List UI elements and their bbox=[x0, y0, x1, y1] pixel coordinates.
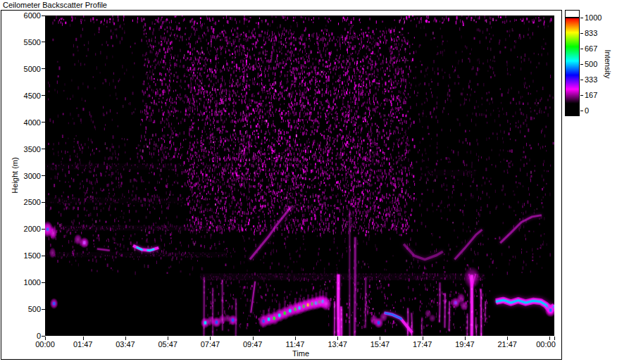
colorbar-tick-mark bbox=[580, 95, 583, 96]
colorbar[interactable] bbox=[565, 10, 580, 116]
x-tick-label: 01:47 bbox=[68, 340, 99, 349]
y-tick-label: 2000 bbox=[13, 225, 41, 233]
x-tick-label: 19:47 bbox=[449, 340, 480, 349]
colorbar-tick-label: 833 bbox=[585, 29, 609, 37]
colorbar-over-range-swatch bbox=[566, 11, 579, 17]
y-tick-label: 2500 bbox=[13, 198, 41, 206]
x-tick-label: 15:47 bbox=[364, 340, 395, 349]
y-tick-label: 6000 bbox=[13, 11, 41, 20]
colorbar-tick-mark bbox=[580, 33, 583, 34]
colorbar-tick-mark bbox=[580, 49, 583, 49]
y-tick-label: 1500 bbox=[13, 251, 41, 260]
y-tick-label: 0 bbox=[13, 332, 41, 340]
x-tick-label: 17:47 bbox=[407, 340, 438, 349]
colorbar-tick-label: 0 bbox=[585, 106, 609, 115]
x-axis-title: Time bbox=[287, 349, 315, 358]
page-title: Ceilometer Backscatter Profile bbox=[3, 1, 107, 9]
colorbar-tick-mark bbox=[580, 18, 583, 18]
colorbar-title: Intensity bbox=[604, 50, 612, 79]
x-tick-label: 00:00 bbox=[530, 340, 561, 349]
x-tick-label: 07:47 bbox=[194, 340, 225, 349]
y-tick-label: 1000 bbox=[13, 278, 41, 287]
colorbar-gradient bbox=[566, 18, 579, 103]
y-tick-label: 3500 bbox=[13, 145, 41, 153]
x-tick-label: 00:00 bbox=[30, 340, 61, 349]
colorbar-tick-mark bbox=[580, 64, 583, 65]
x-tick-label: 03:47 bbox=[110, 340, 141, 349]
colorbar-tick-mark bbox=[580, 111, 583, 111]
colorbar-tick-label: 167 bbox=[585, 91, 609, 99]
y-tick-label: 4000 bbox=[13, 118, 41, 127]
y-tick-label: 5000 bbox=[13, 65, 41, 73]
colorbar-tick-label: 1000 bbox=[585, 13, 609, 22]
y-tick-label: 5500 bbox=[13, 38, 41, 46]
colorbar-under-range-swatch bbox=[566, 103, 579, 115]
y-tick-label: 4500 bbox=[13, 92, 41, 100]
heatmap-plot[interactable] bbox=[45, 15, 554, 336]
y-tick-label: 3000 bbox=[13, 172, 41, 180]
x-tick-label: 11:47 bbox=[280, 340, 311, 349]
x-tick-label: 05:47 bbox=[152, 340, 183, 349]
x-tick-label: 09:47 bbox=[237, 340, 268, 349]
x-tick-label: 13:47 bbox=[322, 340, 353, 349]
colorbar-tick-mark bbox=[580, 80, 583, 80]
y-tick-label: 500 bbox=[13, 305, 41, 313]
x-tick-label: 21:47 bbox=[492, 340, 523, 349]
